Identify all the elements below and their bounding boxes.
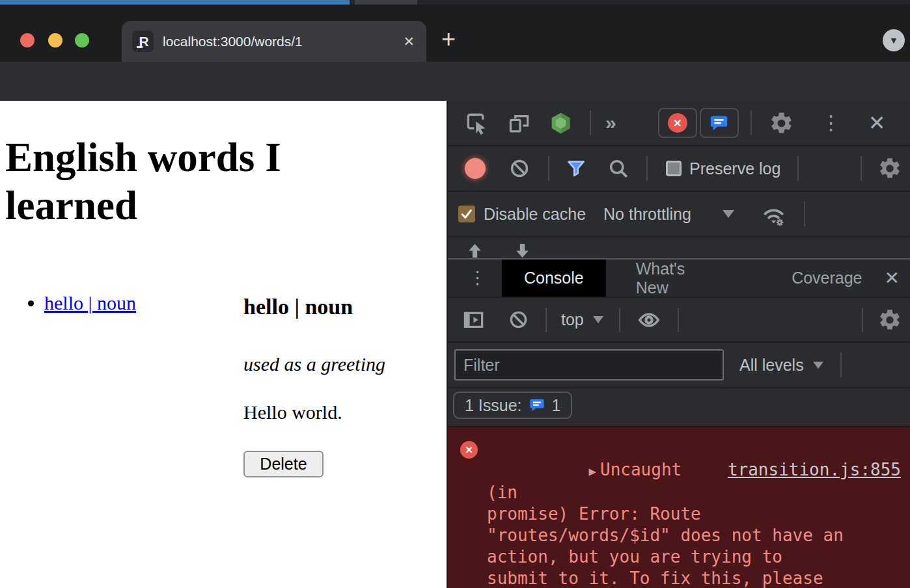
delete-button[interactable]: Delete xyxy=(243,451,324,477)
expand-triangle-icon[interactable]: ▶ xyxy=(589,464,596,478)
live-expression-eye-icon[interactable] xyxy=(637,308,661,332)
devtools-menu-icon[interactable]: ⋮ xyxy=(821,113,841,133)
export-har-icon[interactable] xyxy=(514,242,531,260)
clear-console-icon[interactable] xyxy=(508,310,529,330)
error-source-link[interactable]: transition.js:855 xyxy=(728,459,901,481)
issues-row: 1 Issue: 1 xyxy=(448,388,910,422)
separator xyxy=(751,111,752,135)
inspect-element-icon[interactable] xyxy=(465,111,488,135)
browser-toolbar: ← → localhost:3000/words/1 ☆ Incognito ⋮ xyxy=(0,62,910,101)
throttling-select[interactable]: No throttling xyxy=(603,205,691,224)
separator xyxy=(804,202,805,226)
more-panels-icon[interactable]: » xyxy=(605,112,618,134)
separator xyxy=(545,308,547,332)
tab-close-icon[interactable]: ✕ xyxy=(403,34,415,49)
tab-title: localhost:3000/words/1 xyxy=(163,34,303,49)
network-search-icon[interactable] xyxy=(608,158,629,180)
context-select[interactable]: top xyxy=(561,310,584,329)
separator xyxy=(619,308,620,332)
separator xyxy=(590,111,591,135)
network-filter-icon[interactable] xyxy=(565,157,587,180)
context-caret-icon[interactable] xyxy=(593,316,603,323)
console-sidebar-icon[interactable] xyxy=(462,308,485,331)
issue-bubble-icon xyxy=(529,397,545,414)
word-link[interactable]: hello | noun xyxy=(44,292,136,314)
error-count-icon: ✕ xyxy=(668,113,687,133)
preserve-log-label[interactable]: Preserve log xyxy=(689,159,780,178)
remix-underbar xyxy=(137,46,143,48)
word-example: Hello world. xyxy=(243,401,342,423)
console-error-entry[interactable]: ✕ transition.js:855▶Uncaught (in promise… xyxy=(448,426,910,588)
tab-console[interactable]: Console xyxy=(502,260,606,297)
content-area: English words I learned hello | noun hel… xyxy=(0,101,910,588)
console-toolbar: top xyxy=(448,298,910,343)
traffic-light-zoom[interactable] xyxy=(75,33,89,47)
error-message-block: transition.js:855▶Uncaught (in promise) … xyxy=(487,438,901,588)
screen: R localhost:3000/words/1 ✕ + ▼ ← → local… xyxy=(0,0,910,588)
record-network-log-button[interactable] xyxy=(465,158,486,179)
separator xyxy=(840,353,842,377)
tab-whats-new[interactable]: What's New xyxy=(614,260,733,297)
console-filter-input[interactable] xyxy=(454,349,724,381)
separator xyxy=(861,156,862,181)
har-import-export-row xyxy=(448,237,910,260)
error-icon: ✕ xyxy=(460,441,478,459)
word-detail-title: hello | noun xyxy=(243,295,353,319)
log-level-select[interactable]: All levels xyxy=(739,356,804,375)
clear-network-icon[interactable] xyxy=(509,158,530,179)
tab-coverage[interactable]: Coverage xyxy=(769,260,884,297)
preserve-log-checkbox[interactable] xyxy=(666,161,682,176)
drawer-tab-bar: ⋮ Console What's New Coverage ✕ xyxy=(448,260,910,298)
separator xyxy=(646,156,648,181)
background-window-notch xyxy=(355,0,417,5)
disable-cache-checkbox[interactable] xyxy=(458,206,475,222)
issues-counter-button[interactable]: 1 Issue: 1 xyxy=(453,392,572,419)
browser-tab[interactable]: R localhost:3000/words/1 ✕ xyxy=(122,21,426,62)
settings-gear-icon[interactable] xyxy=(769,111,794,136)
issues-badge[interactable] xyxy=(700,108,739,138)
log-level-caret-icon[interactable] xyxy=(813,362,823,369)
window-top-edge xyxy=(0,0,910,5)
console-settings-gear-icon[interactable] xyxy=(877,308,902,332)
checkmark-icon xyxy=(460,207,474,221)
network-conditions-icon[interactable] xyxy=(760,201,787,228)
issues-label: 1 Issue: xyxy=(465,396,522,415)
separator xyxy=(862,308,863,332)
network-settings-gear-icon[interactable] xyxy=(877,156,902,181)
caret-down-icon: ▼ xyxy=(889,35,898,46)
page-title: English words I learned xyxy=(5,133,370,230)
drawer-menu-icon[interactable]: ⋮ xyxy=(469,269,486,287)
network-options-row: Disable cache No throttling xyxy=(448,192,910,237)
word-list: hello | noun xyxy=(26,292,136,314)
devtools-close-icon[interactable]: ✕ xyxy=(868,111,886,135)
list-item: hello | noun xyxy=(44,292,136,314)
devtools-panel: » ✕ ⋮ ✕ Preserve xyxy=(447,101,910,588)
word-definition: used as a greeting xyxy=(243,353,385,375)
drawer-close-icon[interactable]: ✕ xyxy=(885,267,900,289)
background-window-edge xyxy=(0,0,350,5)
new-tab-button[interactable]: + xyxy=(441,25,456,53)
issues-bubble-icon xyxy=(709,113,729,133)
traffic-light-close[interactable] xyxy=(20,33,34,47)
issues-count: 1 xyxy=(552,396,561,415)
console-errors-badge[interactable]: ✕ xyxy=(658,108,697,138)
tab-strip: R localhost:3000/words/1 ✕ + ▼ xyxy=(0,5,910,62)
tab-search-button[interactable]: ▼ xyxy=(883,29,905,51)
device-toolbar-icon[interactable] xyxy=(508,112,531,135)
traffic-light-minimize[interactable] xyxy=(48,33,62,47)
throttling-caret-icon[interactable] xyxy=(723,210,734,218)
separator xyxy=(678,308,679,332)
web-page: English words I learned hello | noun hel… xyxy=(0,101,447,588)
disable-cache-label[interactable]: Disable cache xyxy=(484,205,586,224)
separator xyxy=(797,156,799,181)
remix-favicon-icon: R xyxy=(132,31,154,52)
import-har-icon[interactable] xyxy=(466,242,484,260)
node-icon[interactable] xyxy=(549,111,573,135)
console-filter-row: All levels xyxy=(448,343,910,388)
network-toolbar: Preserve log xyxy=(448,146,910,192)
separator xyxy=(548,156,549,181)
devtools-main-toolbar: » ✕ ⋮ ✕ xyxy=(448,101,910,146)
